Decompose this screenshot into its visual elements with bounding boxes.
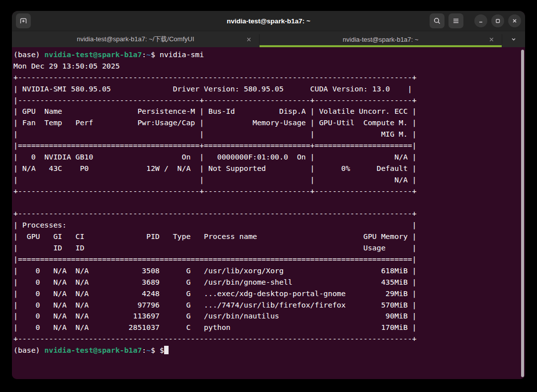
close-icon [489,37,494,42]
search-button[interactable] [430,13,445,28]
terminal-line: | 0 NVIDIA GB10 On | 0000000F:01:00.0 On… [13,152,525,163]
close-icon [512,18,518,24]
close-button[interactable] [508,14,521,27]
terminal-text: $ $ [151,346,164,354]
terminal-line: |=======================================… [13,254,525,265]
terminal-text: | 0 N/A N/A 3508 G /usr/lib/xorg/Xorg 61… [13,266,417,275]
maximize-button[interactable] [491,14,504,27]
terminal-line: | N/A 43C P0 12W / N/A | Not Supported |… [13,163,525,174]
tab-close-button[interactable] [487,35,496,44]
tab-home[interactable]: nvidia-test@spark-b1a7: ~ [260,31,502,47]
terminal-line: |---------------------------------------… [13,95,525,106]
menu-button[interactable] [448,13,463,28]
terminal-line: +---------------------------------------… [13,72,525,83]
terminal-line: | GPU Name Persistence-M | Bus-Id Disp.A… [13,106,525,117]
headerbar: nvidia-test@spark-b1a7: ~ [12,11,525,31]
terminal-text: | NVIDIA-SMI 580.95.05 Driver Version: 5… [13,84,412,93]
close-icon [246,37,252,42]
terminal-line: |=======================================… [13,140,525,152]
terminal-line: | GPU GI CI PID Type Process name GPU Me… [13,231,525,242]
tab-comfyui[interactable]: nvidia-test@spark-b1a7: ~/下载/ComfyUI [12,31,259,47]
scrollbar[interactable] [521,50,524,377]
new-tab-icon [19,17,27,25]
tab-label: nvidia-test@spark-b1a7: ~/下载/ComfyUI [77,35,194,44]
headerbar-controls [430,13,521,28]
terminal-text: | 0 N/A N/A 3689 G /usr/bin/gnome-shell … [13,278,417,286]
terminal-line: | 0 N/A N/A 3689 G /usr/bin/gnome-shell … [13,277,525,288]
terminal-text: | | | N/A | [13,175,417,184]
tab-label: nvidia-test@spark-b1a7: ~ [343,36,418,43]
terminal-text: | | | MIG M. | [13,130,417,138]
terminal-text: | ID ID Usage | [13,243,417,252]
minimize-button[interactable] [474,14,487,27]
terminal-window: nvidia-test@spark-b1a7: ~ [12,11,525,379]
terminal-line: | 0 N/A N/A 2851037 C python 170MiB | [13,322,525,333]
terminal-line: | Fan Temp Perf Pwr:Usage/Cap | Memory-U… [13,117,525,129]
terminal-text: |=======================================… [13,255,417,263]
terminal-text: |=======================================… [13,141,417,150]
terminal-line: | | | MIG M. | [13,129,525,140]
terminal-line: (base) nvidia-test@spark-b1a7:~$ $ [13,345,525,356]
terminal-line [13,197,525,209]
terminal-text: : [142,50,146,59]
terminal-text: | 0 N/A N/A 113697 G /usr/bin/nautilus 9… [13,312,417,320]
maximize-icon [495,18,501,24]
terminal-line: | 0 N/A N/A 97796 G .../7474/usr/lib/fir… [13,300,525,311]
terminal-cursor [164,346,169,354]
terminal-line: (base) nvidia-test@spark-b1a7:~$ nvidia-… [13,49,525,61]
terminal-text: | Fan Temp Perf Pwr:Usage/Cap | Memory-U… [13,118,417,127]
search-icon [433,17,441,25]
tab-list-button[interactable] [502,31,525,47]
terminal-line: | 0 N/A N/A 3508 G /usr/lib/xorg/Xorg 61… [13,265,525,277]
terminal-line: Mon Dec 29 13:50:05 2025 [13,61,525,72]
terminal-text: +---------------------------------------… [13,187,417,195]
terminal-line: +---------------------------------------… [13,333,525,345]
terminal-text: |---------------------------------------… [13,96,417,104]
terminal-text: ~ [146,50,151,59]
hamburger-menu-icon [452,17,460,25]
minimize-icon [478,18,484,24]
terminal-text: | Processes: | [13,221,417,229]
terminal-line: +---------------------------------------… [13,208,525,220]
terminal-line: +---------------------------------------… [13,186,525,197]
terminal-line: | ID ID Usage | [13,242,525,254]
terminal-text: nvidia-test@spark-b1a7 [44,50,142,59]
terminal-text: (base) [13,50,44,59]
terminal-line: | NVIDIA-SMI 580.95.05 Driver Version: 5… [13,83,525,95]
terminal-text: : [142,346,146,354]
terminal-text: +---------------------------------------… [13,209,417,218]
terminal-screen[interactable]: (base) nvidia-test@spark-b1a7:~$ nvidia-… [12,47,525,356]
terminal-text: | 0 N/A N/A 97796 G .../7474/usr/lib/fir… [13,301,417,309]
tab-close-button[interactable] [244,35,253,44]
terminal-text: (base) [13,346,44,354]
terminal-text: nvidia-test@spark-b1a7 [44,346,142,354]
terminal-text: +---------------------------------------… [13,334,417,343]
terminal-text: +---------------------------------------… [13,73,417,81]
terminal-text: | N/A 43C P0 12W / N/A | Not Supported |… [13,164,417,172]
terminal-text: | 0 N/A N/A 4248 G ...exec/xdg-desktop-p… [13,289,417,298]
terminal-text: | GPU GI CI PID Type Process name GPU Me… [13,232,417,240]
tab-bar: nvidia-test@spark-b1a7: ~/下载/ComfyUI nvi… [12,31,525,47]
terminal-text: $ nvidia-smi [151,50,204,59]
terminal-line: | 0 N/A N/A 4248 G ...exec/xdg-desktop-p… [13,288,525,300]
terminal-line: | | | N/A | [13,174,525,186]
terminal-area: (base) nvidia-test@spark-b1a7:~$ nvidia-… [12,47,525,379]
terminal-text: | 0 N/A N/A 2851037 C python 170MiB | [13,323,417,331]
terminal-text: | 0 NVIDIA GB10 On | 0000000F:01:00.0 On… [13,153,417,161]
terminal-line: | Processes: | [13,220,525,231]
terminal-line: | 0 N/A N/A 113697 G /usr/bin/nautilus 9… [13,311,525,322]
new-tab-button[interactable] [16,13,31,28]
terminal-text: ~ [146,346,151,354]
terminal-text: Mon Dec 29 13:50:05 2025 [13,62,120,70]
chevron-down-icon [510,36,517,43]
terminal-text: | GPU Name Persistence-M | Bus-Id Disp.A… [13,107,417,115]
